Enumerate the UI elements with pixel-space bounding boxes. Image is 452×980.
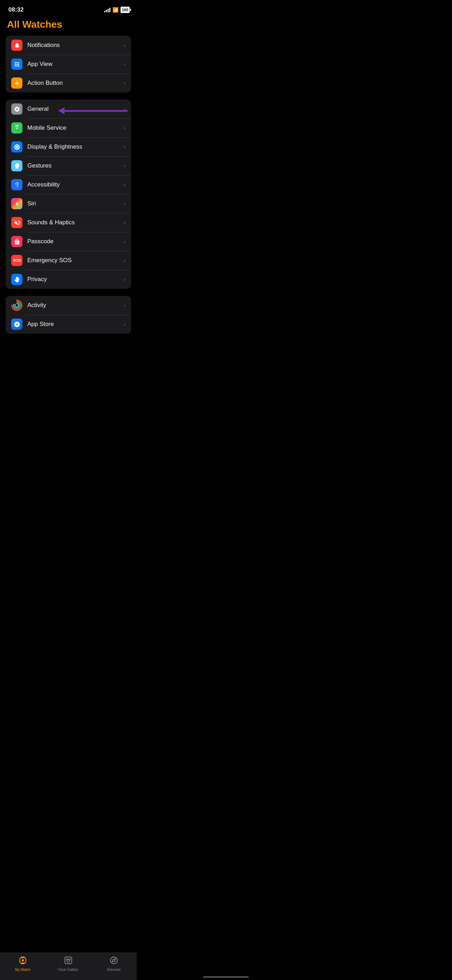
display-brightness-chevron: ›: [124, 144, 126, 150]
mobile-service-row[interactable]: Mobile Service ›: [6, 118, 131, 137]
action-button-row[interactable]: Action Button ›: [6, 73, 131, 92]
privacy-row[interactable]: Privacy ›: [6, 270, 131, 289]
privacy-icon: [11, 274, 22, 285]
activity-label: Activity: [27, 302, 124, 309]
siri-chevron: ›: [124, 201, 126, 207]
passcode-label: Passcode: [27, 238, 124, 245]
settings-section-1: Notifications › App View › Action Button…: [6, 36, 131, 92]
general-icon: [11, 103, 22, 115]
notifications-chevron: ›: [124, 42, 126, 48]
gestures-label: Gestures: [27, 162, 124, 169]
emergency-sos-icon: SOS: [11, 255, 22, 266]
app-store-icon-svg: [14, 321, 20, 328]
emergency-sos-label: Emergency SOS: [27, 257, 124, 264]
gestures-chevron: ›: [124, 163, 126, 169]
activity-row[interactable]: Activity ›: [6, 296, 131, 315]
svg-point-1: [16, 182, 17, 183]
emergency-sos-row[interactable]: SOS Emergency SOS ›: [6, 251, 131, 270]
app-store-icon: [11, 318, 22, 330]
content-area: Notifications › App View › Action Button…: [0, 36, 137, 372]
general-chevron: ›: [124, 106, 126, 112]
sounds-haptics-icon: [11, 217, 22, 228]
passcode-icon: [11, 236, 22, 247]
notifications-label: Notifications: [27, 42, 124, 49]
app-store-row[interactable]: App Store ›: [6, 315, 131, 334]
status-icons: 📶 100: [104, 7, 130, 13]
gestures-icon: [11, 160, 22, 172]
bell-icon: [14, 42, 20, 49]
status-time: 08:32: [8, 6, 24, 13]
activity-icon: [11, 300, 22, 311]
activity-rings-icon: [11, 300, 22, 311]
sounds-haptics-label: Sounds & Haptics: [27, 219, 124, 226]
settings-section-3: Activity › App Store ›: [6, 296, 131, 334]
mobile-service-label: Mobile Service: [27, 124, 124, 131]
accessibility-chevron: ›: [124, 182, 126, 188]
app-store-label: App Store: [27, 321, 124, 328]
mobile-service-icon: [11, 123, 22, 134]
sounds-haptics-chevron: ›: [124, 220, 126, 225]
general-label: General: [27, 105, 124, 113]
emergency-sos-chevron: ›: [124, 258, 126, 263]
app-view-icon: [11, 59, 22, 70]
display-brightness-icon: [11, 141, 22, 153]
passcode-row[interactable]: Passcode ›: [6, 232, 131, 251]
siri-icon: [11, 198, 22, 209]
grid-icon: [14, 61, 20, 68]
notifications-row[interactable]: Notifications ›: [6, 36, 131, 55]
privacy-chevron: ›: [124, 277, 126, 282]
siri-row[interactable]: Siri ›: [6, 194, 131, 213]
siri-icon-svg: [14, 201, 20, 207]
passcode-chevron: ›: [124, 239, 126, 244]
display-brightness-label: Display & Brightness: [27, 143, 124, 150]
mobile-service-chevron: ›: [124, 125, 126, 131]
accessibility-label: Accessibility: [27, 181, 124, 188]
display-brightness-row[interactable]: Display & Brightness ›: [6, 137, 131, 156]
action-button-chevron: ›: [124, 80, 126, 86]
sun-icon: [14, 144, 20, 150]
lock-icon: [14, 238, 20, 245]
action-button-label: Action Button: [27, 80, 124, 87]
app-store-chevron: ›: [124, 321, 126, 327]
signal-bars-icon: [104, 7, 110, 12]
accessibility-icon: [11, 179, 22, 190]
accessibility-row[interactable]: Accessibility ›: [6, 175, 131, 194]
page-title: All Watches: [0, 18, 137, 36]
app-view-row[interactable]: App View ›: [6, 55, 131, 73]
app-view-chevron: ›: [124, 61, 126, 67]
battery-indicator: 100: [121, 7, 130, 13]
accessibility-icon-svg: [14, 181, 20, 188]
speaker-icon: [14, 220, 20, 226]
sos-text: SOS: [13, 258, 21, 262]
notifications-icon: [11, 40, 22, 51]
activity-chevron: ›: [124, 302, 126, 308]
action-button-icon: [11, 78, 22, 89]
privacy-label: Privacy: [27, 276, 124, 283]
signal-icon: [14, 125, 20, 131]
settings-section-2: General › Mobile Service › Display & Bri…: [6, 100, 131, 289]
gestures-row[interactable]: Gestures ›: [6, 156, 131, 175]
app-view-label: App View: [27, 60, 124, 68]
hand-icon: [14, 162, 20, 169]
sounds-haptics-row[interactable]: Sounds & Haptics ›: [6, 213, 131, 232]
status-bar: 08:32 📶 100: [0, 0, 137, 18]
general-row[interactable]: General ›: [6, 100, 131, 118]
action-icon: [14, 80, 20, 87]
hand-raised-icon: [14, 276, 20, 283]
siri-label: Siri: [27, 200, 124, 207]
wifi-icon: 📶: [113, 7, 118, 13]
gear-icon: [14, 106, 20, 113]
